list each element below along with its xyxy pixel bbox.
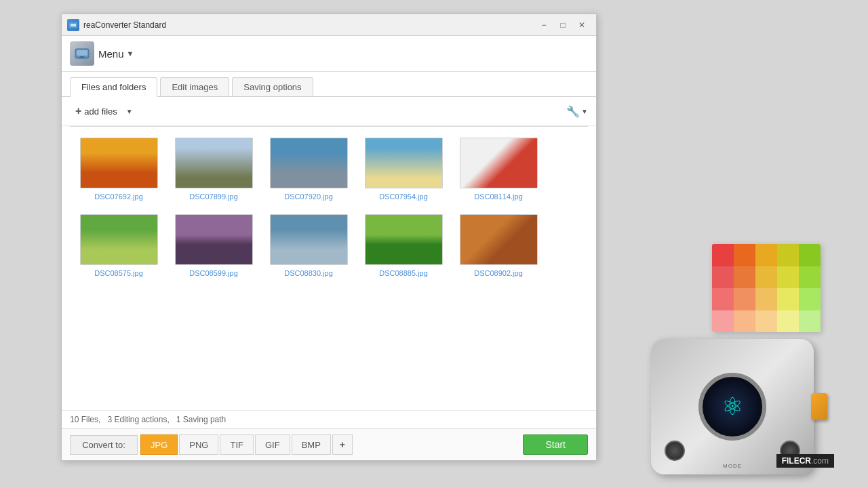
add-files-dropdown-button[interactable]: ▼ [124, 106, 135, 117]
color-swatch [712, 266, 734, 289]
main-window: reaConverter Standard − □ ✕ Menu [61, 14, 597, 461]
menu-arrow-icon: ▼ [127, 49, 134, 58]
start-button[interactable]: Start [523, 434, 588, 455]
window-controls: − □ ✕ [535, 18, 591, 33]
menu-label: Menu [98, 48, 124, 60]
color-swatch [755, 266, 777, 289]
color-swatch [799, 244, 821, 266]
image-thumb-dsc07954 [365, 138, 443, 188]
image-thumb-dsc07692 [80, 138, 158, 188]
image-thumb-dsc08885 [365, 214, 443, 265]
color-swatch [799, 310, 821, 333]
atom-icon: ⚛ [722, 392, 743, 421]
format-btn-bmp[interactable]: BMP [292, 434, 331, 455]
image-item-dsc08599[interactable]: DSC08599.jpg [173, 214, 254, 277]
svg-rect-4 [80, 56, 84, 58]
app-mascot: ⚛ MODE FILECR.com [631, 244, 834, 474]
svg-rect-5 [78, 58, 86, 58]
image-item-dsc07954[interactable]: DSC07954.jpg [363, 138, 444, 201]
svg-rect-3 [77, 50, 87, 56]
svg-rect-1 [71, 24, 76, 26]
color-swatch [755, 244, 777, 266]
color-swatch [777, 288, 799, 310]
settings-dropdown-icon: ▼ [581, 108, 588, 115]
format-btn-png[interactable]: PNG [179, 434, 218, 455]
image-thumb-dsc08599 [175, 214, 253, 265]
minimize-button[interactable]: − [535, 18, 553, 33]
image-item-dsc08885[interactable]: DSC08885.jpg [363, 214, 444, 277]
filecr-badge: FILECR.com [776, 454, 834, 468]
action-bar: + add files ▼ 🔧 ▼ [62, 97, 596, 126]
settings-button[interactable]: 🔧 ▼ [566, 105, 588, 118]
color-swatch [799, 266, 821, 289]
image-thumb-dsc08830 [270, 214, 348, 265]
image-label-dsc08830: DSC08830.jpg [284, 269, 333, 277]
format-btn-gif[interactable]: GIF [255, 434, 290, 455]
files-count: 10 [70, 415, 79, 424]
color-palette-card [712, 244, 821, 332]
wrench-icon: 🔧 [566, 105, 580, 118]
color-swatch [734, 266, 755, 289]
saving-label: Saving path [183, 415, 226, 424]
color-swatch [712, 288, 734, 310]
format-btn-tif[interactable]: TIF [220, 434, 254, 455]
toaster-screen: ⚛ [698, 373, 766, 441]
maximize-button[interactable]: □ [554, 18, 572, 33]
saving-count: 1 [176, 415, 181, 424]
image-label-dsc08885: DSC08885.jpg [379, 269, 428, 277]
color-swatch [777, 244, 799, 266]
image-item-dsc07692[interactable]: DSC07692.jpg [78, 138, 159, 201]
image-thumb-dsc07899 [175, 138, 253, 188]
image-label-dsc08599: DSC08599.jpg [189, 269, 238, 277]
tabs-bar: Files and folders Edit images Saving opt… [62, 72, 596, 97]
color-swatch [712, 244, 734, 266]
editing-count: 3 [107, 415, 112, 424]
image-thumb-dsc08902 [460, 214, 538, 265]
image-item-dsc08114[interactable]: DSC08114.jpg [458, 138, 539, 201]
image-label-dsc07899: DSC07899.jpg [189, 192, 238, 201]
editing-label: Editing actions, [114, 415, 169, 424]
menu-button[interactable]: Menu ▼ [70, 41, 134, 66]
images-grid: DSC07692.jpg DSC07899.jpg DSC07920.jpg D… [62, 127, 596, 410]
add-files-button[interactable]: + add files [70, 102, 123, 120]
image-item-dsc08902[interactable]: DSC08902.jpg [458, 214, 539, 277]
tab-edit-images[interactable]: Edit images [160, 77, 229, 96]
format-btn-jpg[interactable]: JPG [140, 434, 178, 455]
tab-files-and-folders[interactable]: Files and folders [70, 77, 157, 97]
app-icon [67, 19, 79, 31]
convert-bar: Convert to: JPGPNGTIFGIFBMP+ Start [62, 428, 596, 460]
color-swatch [799, 288, 821, 310]
image-item-dsc08830[interactable]: DSC08830.jpg [268, 214, 349, 277]
color-swatch [734, 310, 755, 333]
plus-icon: + [75, 105, 81, 117]
tab-saving-options[interactable]: Saving options [232, 77, 313, 96]
image-thumb-dsc07920 [270, 138, 348, 188]
convert-to-label: Convert to: [70, 435, 138, 455]
right-knob [780, 441, 800, 461]
image-label-dsc07920: DSC07920.jpg [284, 192, 333, 201]
titlebar: reaConverter Standard − □ ✕ [62, 14, 596, 36]
color-swatch [755, 310, 777, 333]
image-label-dsc08575: DSC08575.jpg [94, 269, 143, 277]
image-item-dsc07920[interactable]: DSC07920.jpg [268, 138, 349, 201]
image-item-dsc08575[interactable]: DSC08575.jpg [78, 214, 159, 277]
toaster-body: ⚛ MODE [651, 339, 814, 474]
toolbar: Menu ▼ [62, 36, 596, 72]
image-thumb-dsc08575 [80, 214, 158, 265]
image-label-dsc07692: DSC07692.jpg [94, 192, 143, 201]
files-label: Files, [81, 415, 101, 424]
image-label-dsc08114: DSC08114.jpg [474, 192, 523, 201]
image-item-dsc07899[interactable]: DSC07899.jpg [173, 138, 254, 201]
image-label-dsc07954: DSC07954.jpg [379, 192, 428, 201]
app-logo [70, 41, 94, 66]
more-formats-button[interactable]: + [332, 434, 353, 455]
color-swatch [777, 266, 799, 289]
status-bar: 10 Files, 3 Editing actions, 1 Saving pa… [62, 410, 596, 428]
color-swatch [712, 310, 734, 333]
color-swatch [755, 288, 777, 310]
mode-label: MODE [723, 463, 742, 469]
desktop: reaConverter Standard − □ ✕ Menu [0, 0, 868, 488]
orange-handle [811, 393, 827, 420]
close-button[interactable]: ✕ [573, 18, 591, 33]
color-swatch [777, 310, 799, 333]
